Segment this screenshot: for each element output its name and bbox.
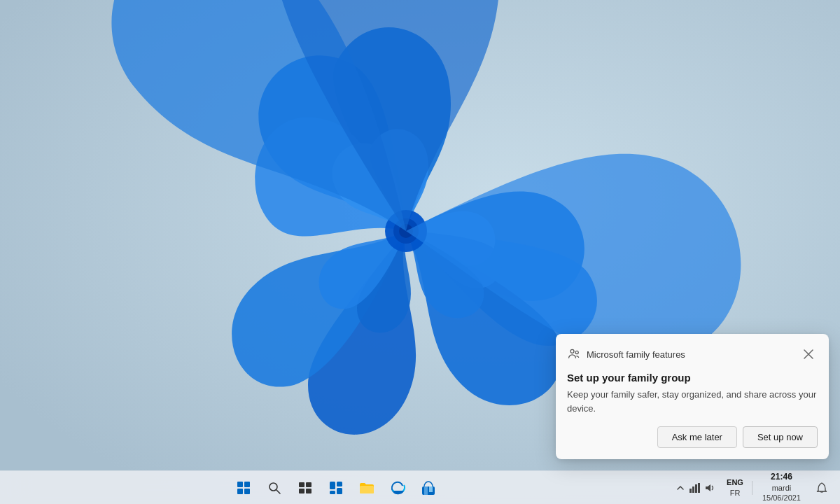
edge-button[interactable] [384,474,412,502]
svg-rect-9 [306,482,312,487]
svg-point-6 [270,483,277,491]
store-button[interactable] [414,474,442,502]
svg-point-5 [575,351,578,354]
toast-close-button[interactable] [799,345,818,363]
language-label: ENG [727,477,743,487]
svg-rect-11 [306,489,312,493]
toast-header-left: Microsoft family features [567,347,685,361]
toast-body: Keep your family safer, stay organized, … [567,388,818,415]
toast-app-name: Microsoft family features [587,349,685,360]
svg-rect-14 [330,491,335,494]
notification-center-button[interactable] [809,475,834,500]
ask-later-button[interactable]: Ask me later [657,426,737,448]
svg-rect-19 [429,486,433,492]
svg-rect-18 [424,486,428,495]
locale-label: FR [730,488,741,498]
svg-rect-17 [422,486,435,495]
task-view-button[interactable] [291,474,319,502]
file-explorer-button[interactable] [353,474,381,502]
svg-line-7 [276,490,280,493]
clock-time: 21:46 [771,472,792,483]
svg-rect-22 [695,484,697,493]
toast-title: Set up your family group [567,372,818,384]
family-icon [567,347,581,361]
start-button[interactable] [230,474,258,502]
toast-header: Microsoft family features [567,345,818,363]
svg-point-4 [570,349,574,353]
toast-actions: Ask me later Set up now [567,426,818,448]
setup-now-button[interactable]: Set up now [743,426,818,448]
svg-rect-12 [330,482,335,489]
widgets-button[interactable] [322,474,350,502]
notification-toast: Microsoft family features Set up your fa… [556,334,829,459]
svg-rect-16 [360,486,374,493]
svg-rect-15 [337,488,342,494]
search-button[interactable] [260,474,288,502]
taskbar: ENG FR 21:46 mardi 15/06/2021 [0,470,840,504]
taskbar-right: ENG FR 21:46 mardi 15/06/2021 [672,469,840,504]
volume-icon [704,482,715,493]
clock-area[interactable]: 21:46 mardi 15/06/2021 [757,469,806,504]
svg-rect-8 [299,482,304,487]
desktop: Microsoft family features Set up your fa… [0,0,840,504]
network-icon [689,482,700,493]
svg-rect-23 [698,483,700,493]
tray-icons[interactable] [672,479,720,496]
tray-separator [752,481,752,495]
svg-rect-21 [692,486,694,493]
clock-date: 15/06/2021 [762,493,801,503]
chevron-up-icon [676,484,685,492]
svg-rect-10 [299,489,304,493]
svg-rect-20 [690,489,692,493]
svg-rect-13 [337,482,342,486]
taskbar-center-icons [0,474,672,502]
language-area[interactable]: ENG FR [722,476,748,499]
clock-day: mardi [772,483,792,493]
